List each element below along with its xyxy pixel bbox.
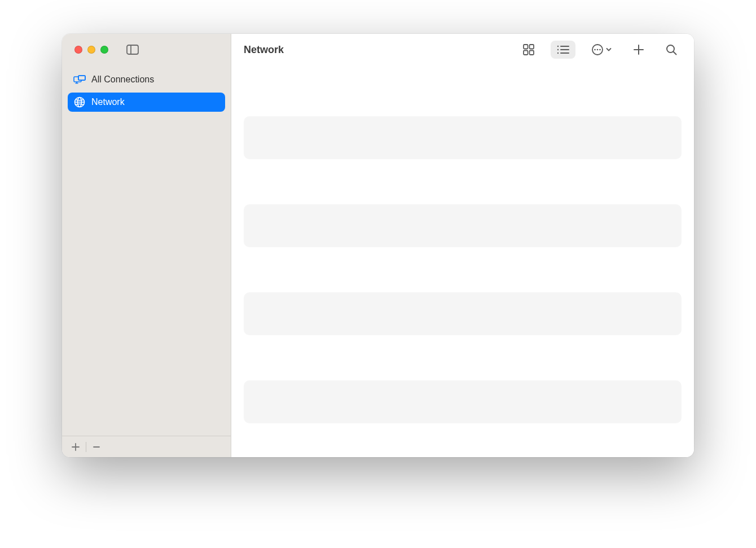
list-item[interactable] [244, 380, 682, 423]
fullscreen-window-button[interactable] [100, 46, 108, 54]
svg-rect-0 [127, 45, 138, 54]
list-item[interactable] [244, 116, 682, 159]
displays-icon [73, 75, 86, 84]
sidebar-item-label: All Connections [91, 74, 154, 85]
list-icon [556, 45, 570, 55]
svg-rect-15 [524, 51, 528, 55]
svg-rect-16 [530, 51, 534, 55]
toggle-sidebar-button[interactable] [126, 45, 139, 55]
list-item[interactable] [244, 204, 682, 247]
plus-icon [72, 443, 80, 451]
svg-point-17 [557, 46, 559, 47]
close-window-button[interactable] [74, 46, 82, 54]
sidebar: All Connections Network [62, 34, 231, 457]
chevron-down-icon [606, 47, 612, 52]
content-area [231, 65, 694, 457]
svg-rect-14 [530, 45, 534, 49]
search-icon [666, 44, 677, 55]
toolbar-actions [517, 41, 683, 59]
divider [86, 442, 86, 452]
sidebar-item-label: Network [91, 97, 125, 107]
page-title: Network [244, 44, 284, 56]
titlebar [62, 34, 231, 65]
svg-point-21 [557, 52, 559, 54]
app-window: All Connections Network [62, 34, 694, 457]
sidebar-footer [62, 436, 231, 457]
svg-rect-3 [78, 76, 85, 80]
svg-point-24 [594, 49, 596, 51]
add-button[interactable] [627, 41, 650, 59]
remove-sidebar-item-button[interactable] [89, 439, 104, 455]
ellipsis-circle-icon [591, 43, 604, 56]
main-panel: Network [231, 34, 694, 457]
view-list-button[interactable] [551, 41, 575, 59]
grid-icon [522, 43, 535, 56]
view-grid-button[interactable] [517, 41, 540, 59]
sidebar-icon [126, 45, 139, 55]
svg-line-30 [674, 52, 676, 55]
minus-icon [93, 443, 100, 451]
minimize-window-button[interactable] [87, 46, 95, 54]
sidebar-list: All Connections Network [62, 65, 231, 436]
sidebar-item-all-connections[interactable]: All Connections [68, 70, 225, 89]
globe-icon [73, 97, 86, 108]
sidebar-item-network[interactable]: Network [68, 93, 225, 112]
add-sidebar-item-button[interactable] [68, 439, 83, 455]
svg-point-25 [597, 49, 599, 51]
window-controls [74, 46, 108, 54]
svg-rect-13 [524, 45, 528, 49]
svg-point-19 [557, 49, 559, 50]
search-button[interactable] [660, 41, 683, 59]
list-item[interactable] [244, 292, 682, 335]
svg-point-26 [599, 49, 601, 51]
plus-icon [633, 44, 644, 55]
toolbar: Network [231, 34, 694, 65]
more-options-button[interactable] [586, 41, 617, 59]
